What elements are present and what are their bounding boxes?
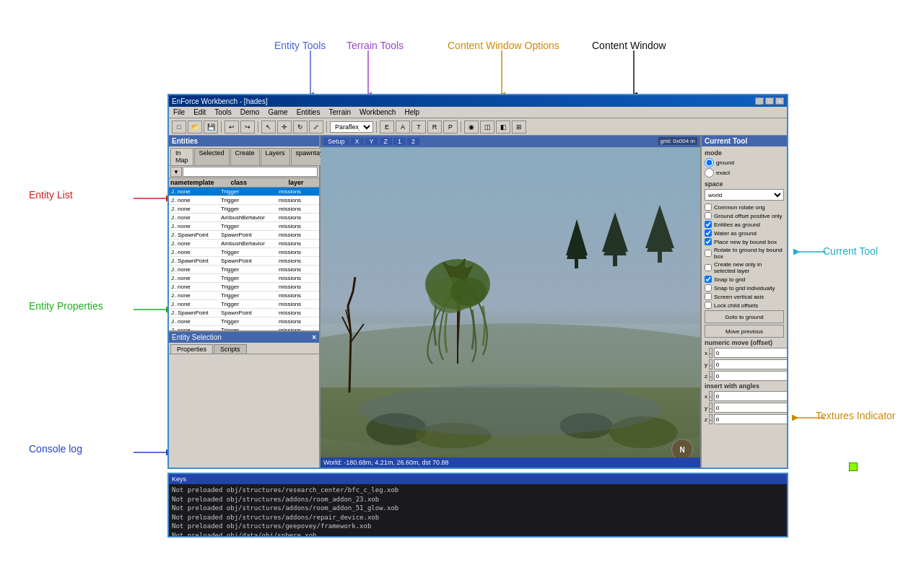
- entity-row[interactable]: JM Ambush_1_area_j(7913)noneTriggermissi…: [169, 283, 319, 292]
- entity-filter-btn[interactable]: ▼: [170, 167, 182, 177]
- entity-row[interactable]: JM Ambush_0_area_jloader(3189)noneTrigge…: [169, 196, 319, 205]
- mode-exact-radio[interactable]: exact: [705, 168, 784, 177]
- minimize-button[interactable]: _: [755, 97, 764, 105]
- viewport-tab-y[interactable]: Y: [365, 138, 378, 145]
- move-previous-button[interactable]: Move previous: [705, 325, 784, 338]
- cb-snap-grid-ind[interactable]: Snap to grid individually: [705, 284, 784, 292]
- props-close-button[interactable]: ×: [312, 333, 316, 341]
- viewport-tab-x[interactable]: X: [351, 138, 364, 145]
- space-select[interactable]: world: [705, 189, 784, 201]
- entity-row[interactable]: JM Ambush_12_Unit_0(7940)noneTriggermiss…: [169, 274, 319, 283]
- angle-y-minus[interactable]: -: [709, 403, 712, 413]
- entity-row[interactable]: JM Ambush_11_area_j(7935)noneTriggermiss…: [169, 248, 319, 257]
- svg-rect-20: [613, 252, 617, 266]
- entity-search-input[interactable]: [183, 167, 318, 177]
- toolbar-undo[interactable]: ↩: [225, 120, 239, 133]
- props-tab-properties[interactable]: Properties: [170, 344, 213, 354]
- toolbar-save[interactable]: 💾: [204, 120, 218, 133]
- mode-ground-radio[interactable]: ground: [705, 158, 784, 167]
- move-y-minus[interactable]: -: [709, 359, 712, 369]
- goto-ground-button[interactable]: Goto to ground: [705, 310, 784, 323]
- toolbar-entity5[interactable]: P: [443, 120, 458, 133]
- angle-y-input[interactable]: [714, 403, 787, 413]
- entity-row[interactable]: JM Ambush_4_Unit_1(7921)noneTriggermissi…: [169, 317, 319, 326]
- toolbar-layer-combo[interactable]: Paraflex_C: [330, 121, 373, 133]
- entity-row[interactable]: JM Ambush_0_area_jeo(7913)noneTriggermis…: [169, 188, 319, 196]
- title-text: EnForce Workbench - [hades]: [172, 97, 268, 105]
- entity-row[interactable]: JM Ambush_11_Unit_0(7847)SpawnPointSpawn…: [169, 257, 319, 266]
- menu-tools[interactable]: Tools: [212, 108, 234, 116]
- menu-edit[interactable]: Edit: [191, 108, 209, 116]
- toolbar-rotate[interactable]: ↻: [293, 120, 308, 133]
- toolbar-select[interactable]: ↖: [261, 120, 276, 133]
- move-x-minus[interactable]: -: [709, 348, 712, 358]
- entity-row[interactable]: JM Ambush_2_area_j(7915)noneTriggermissi…: [169, 292, 319, 300]
- toolbar-scale[interactable]: ⤢: [309, 120, 323, 133]
- cb-entities-ground[interactable]: Entities as ground: [705, 221, 784, 228]
- toolbar-redo[interactable]: ↪: [240, 120, 255, 133]
- cb-lock-child[interactable]: Lock child offsets: [705, 302, 784, 309]
- viewport[interactable]: Setup X Y Z 1 2 grid: 0x004 m: [321, 136, 700, 468]
- cb-rotate-bound[interactable]: Rotate to ground by bound box: [705, 247, 784, 260]
- entity-tab-layers[interactable]: Layers: [261, 148, 290, 165]
- cb-create-layer[interactable]: Create new only in selected layer: [705, 261, 784, 274]
- toolbar-view1[interactable]: ◉: [464, 120, 479, 133]
- cb-screen-vert[interactable]: Screen vertical axis: [705, 293, 784, 300]
- entity-row[interactable]: JM Ambush_10_area_j(7933)noneTriggermiss…: [169, 222, 319, 231]
- maximize-button[interactable]: □: [765, 97, 774, 105]
- entity-row[interactable]: JM Ambush_0_area_jSpin(3172)noneTriggerm…: [169, 205, 319, 214]
- toolbar-view2[interactable]: ◫: [480, 120, 494, 133]
- entity-row[interactable]: JM Ambush_3_Unit_3(7894)SpawnPointSpawnP…: [169, 309, 319, 317]
- entity-row[interactable]: JM Ambush_12_area_j(7937)noneTriggermiss…: [169, 266, 319, 274]
- entity-row[interactable]: JM Ambush_10_Unit_0(7840)SpawnPointSpawn…: [169, 231, 319, 240]
- entity-row[interactable]: JM Ambush_10(7832)noneAmbushBehaviormiss…: [169, 214, 319, 222]
- console-body[interactable]: Not preloaded obj/structures/research_ce…: [169, 484, 787, 536]
- cb-place-bound[interactable]: Place new by bound box: [705, 238, 784, 245]
- viewport-tab-2[interactable]: 2: [407, 138, 419, 145]
- move-z-minus[interactable]: -: [709, 371, 712, 381]
- entity-tab-inmap[interactable]: In Map: [170, 148, 193, 165]
- viewport-tab-setup[interactable]: Setup: [323, 138, 349, 145]
- toolbar-sep-1: [221, 121, 222, 133]
- close-button[interactable]: ×: [775, 97, 784, 105]
- viewport-tab-1[interactable]: 1: [393, 138, 406, 145]
- menu-demo[interactable]: Demo: [237, 108, 263, 116]
- cb-water-ground[interactable]: Water as ground: [705, 229, 784, 237]
- toolbar-entity2[interactable]: A: [396, 120, 410, 133]
- move-z-input[interactable]: [714, 371, 787, 381]
- menu-game[interactable]: Game: [265, 108, 290, 116]
- toolbar-move[interactable]: ✛: [277, 120, 292, 133]
- entity-tab-create[interactable]: Create: [230, 148, 260, 165]
- angle-x-input[interactable]: [714, 391, 787, 401]
- cb-common-rotate[interactable]: Common rotate orig: [705, 203, 784, 211]
- toolbar-entity3[interactable]: T: [411, 120, 426, 133]
- toolbar-new[interactable]: □: [172, 120, 186, 133]
- toolbar-entity1[interactable]: E: [380, 120, 394, 133]
- angle-x-minus[interactable]: -: [709, 391, 712, 401]
- menu-workbench[interactable]: Workbench: [357, 108, 398, 116]
- menu-file[interactable]: File: [170, 108, 188, 116]
- toolbar-view4[interactable]: ⊞: [512, 120, 526, 133]
- entity-tab-selected[interactable]: Selected: [194, 148, 230, 165]
- move-x-input[interactable]: [714, 348, 787, 358]
- cb-snap-grid[interactable]: Snap to grid: [705, 276, 784, 283]
- props-tab-scripts[interactable]: Scripts: [214, 344, 247, 354]
- entity-list-body[interactable]: JM Ambush_0_area_jeo(7913)noneTriggermis…: [169, 188, 319, 330]
- toolbar-view3[interactable]: ◧: [496, 120, 510, 133]
- toolbar-open[interactable]: 📂: [188, 120, 202, 133]
- viewport-tab-z[interactable]: Z: [380, 138, 393, 145]
- menu-terrain[interactable]: Terrain: [326, 108, 354, 116]
- props-tabs: Properties Scripts: [169, 343, 319, 354]
- entity-row[interactable]: JM Ambush_3_area_j(7919)noneTriggermissi…: [169, 300, 319, 309]
- menu-help[interactable]: Help: [401, 108, 422, 116]
- numeric-move-label: numeric move (offset): [705, 339, 784, 346]
- entity-row[interactable]: JM Ambush_11(7834)noneAmbushBehaviormiss…: [169, 240, 319, 248]
- menu-entities[interactable]: Entities: [294, 108, 323, 116]
- move-y-label: y: [705, 361, 707, 368]
- angle-z-input[interactable]: [714, 414, 787, 424]
- toolbar-entity4[interactable]: R: [427, 120, 442, 133]
- move-y-input[interactable]: [714, 359, 787, 369]
- viewport-scene[interactable]: N World: -180.68m, 4.21m, 26.60m, dst 70…: [321, 147, 700, 468]
- angle-z-minus[interactable]: -: [709, 414, 712, 424]
- cb-ground-offset[interactable]: Ground offset positive only: [705, 212, 784, 219]
